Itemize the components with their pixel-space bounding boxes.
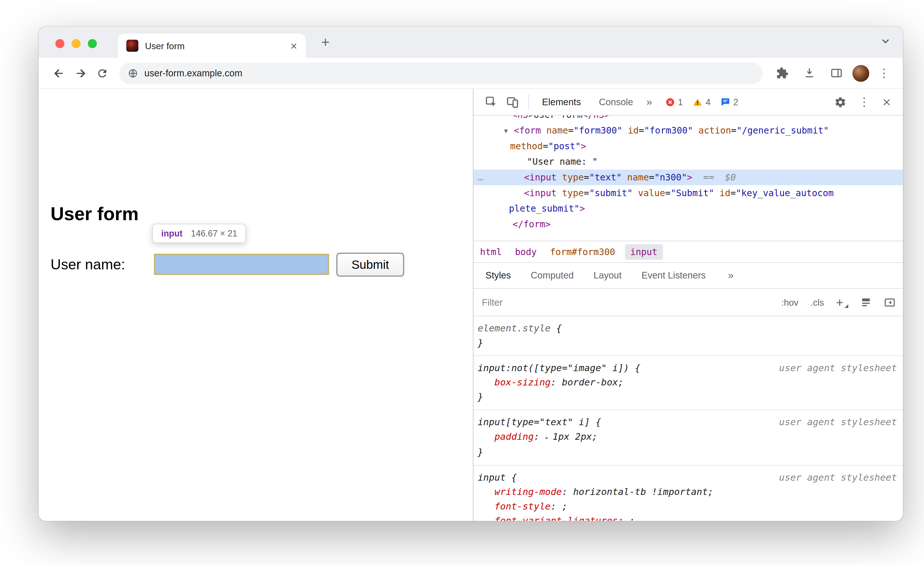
username-input[interactable] [154, 254, 329, 275]
rule-selector-line[interactable]: user agent stylesheetinput:not([type="im… [478, 361, 897, 375]
forward-button[interactable] [70, 62, 92, 84]
address-bar[interactable]: user-form.example.com [119, 62, 763, 84]
rule-close-brace: } [478, 445, 897, 460]
rule-close-brace: } [478, 390, 897, 404]
side-panel-icon[interactable] [825, 62, 847, 84]
styles-sidebar-tabs: StylesComputedLayoutEvent Listeners» [473, 262, 903, 289]
browser-toolbar: user-form.example.com ⋮ [39, 58, 903, 89]
styles-filter-bar: Filter :hov .cls +◢ [473, 289, 903, 316]
toggle-hover-button[interactable]: :hov [781, 297, 798, 307]
page-title: User form [51, 203, 139, 225]
new-style-rule-button[interactable]: +◢ [836, 295, 848, 309]
tree-line[interactable]: <input type="submit" value="Submit" id="… [473, 185, 903, 201]
style-rule[interactable]: user agent stylesheetinput {writing-mode… [473, 466, 903, 521]
expand-value-icon[interactable]: ▸ [545, 434, 549, 442]
tab-close-icon[interactable]: × [291, 40, 297, 51]
zoom-window-button[interactable] [88, 39, 97, 48]
rule-selector-line[interactable]: user agent stylesheetinput[type="text" i… [478, 415, 897, 429]
tree-line[interactable]: method="post"> [473, 138, 903, 154]
new-rule-caret-icon: ◢ [844, 303, 848, 308]
tree-line[interactable]: plete_submit"> [473, 201, 903, 217]
rule-selector[interactable]: input [478, 472, 506, 483]
new-tab-button[interactable]: + [316, 33, 334, 52]
devtools-badges: 1 4 2 [665, 97, 738, 107]
property-name[interactable]: font-variant-ligatures [495, 516, 618, 521]
toggle-sidebar-icon[interactable] [884, 296, 896, 308]
sidebar-tab-layout[interactable]: Layout [594, 270, 622, 281]
styles-rules-pane: element.style {}user agent stylesheetinp… [473, 316, 903, 521]
style-rule[interactable]: user agent stylesheetinput:not([type="im… [473, 356, 903, 410]
settings-gear-icon[interactable] [830, 92, 851, 111]
devtools-close-icon[interactable] [878, 92, 896, 111]
more-panels-icon[interactable]: » [646, 96, 652, 108]
tree-line[interactable]: "User name: " [473, 154, 903, 170]
browser-tab[interactable]: User form × [118, 34, 305, 58]
devtools-menu-icon[interactable]: ⋮ [854, 92, 874, 111]
property-name[interactable]: writing-mode [495, 487, 562, 498]
console-errors-badge[interactable]: 1 [665, 97, 682, 107]
rendering-emulation-icon[interactable] [860, 297, 872, 308]
tree-line[interactable]: <h3>User form</h3> [473, 115, 903, 123]
property-name[interactable]: padding [495, 431, 534, 442]
property-value[interactable]: horizontal-tb !important [573, 487, 708, 498]
rule-selector[interactable]: input:not([type="image" i]) [478, 363, 629, 373]
chrome-menu-icon[interactable]: ⋮ [875, 66, 893, 80]
rule-selector-line[interactable]: element.style { [478, 321, 897, 336]
breadcrumb-item-input[interactable]: input [625, 244, 663, 259]
style-declaration[interactable]: box-sizing: border-box; [478, 375, 897, 390]
sidebar-tab-computed[interactable]: Computed [531, 270, 574, 281]
styles-filter-actions: :hov .cls +◢ [781, 295, 896, 309]
breadcrumb-item-form-form300[interactable]: form#form300 [550, 246, 615, 257]
issues-badge[interactable]: 2 [720, 97, 738, 107]
inspect-element-icon[interactable] [481, 92, 502, 111]
warning-icon [692, 97, 703, 107]
sidebar-tab-styles[interactable]: Styles [486, 270, 511, 281]
tab-search-chevron-icon[interactable] [881, 39, 890, 44]
close-window-button[interactable] [56, 39, 64, 48]
device-toolbar-icon[interactable] [502, 92, 524, 111]
browser-window: User form × + [39, 27, 903, 521]
tree-line[interactable]: …<input type="text" name="n300"> == $0 [473, 169, 903, 185]
back-button[interactable] [48, 62, 70, 84]
sidebar-tab-event-listeners[interactable]: Event Listeners [642, 270, 706, 281]
submit-button[interactable]: Submit [336, 252, 404, 276]
devtools-panel-tabs: ElementsConsole [542, 97, 633, 108]
style-declaration[interactable]: font-variant-ligatures: ; [478, 514, 897, 521]
tab-console[interactable]: Console [599, 97, 633, 108]
site-info-globe-icon[interactable] [128, 68, 138, 79]
style-declaration[interactable]: writing-mode: horizontal-tb !important; [478, 485, 897, 499]
tab-favicon [126, 40, 138, 52]
breadcrumb-item-body[interactable]: body [515, 246, 537, 257]
minimize-window-button[interactable] [72, 39, 81, 48]
reload-button[interactable] [92, 62, 113, 84]
elements-tree: <h3>User form</h3>▼<form name="form300" … [473, 115, 903, 241]
tab-elements[interactable]: Elements [542, 97, 581, 108]
style-declaration[interactable]: font-style: ; [478, 499, 897, 514]
devtools-panel: ElementsConsole » 1 4 2 [473, 89, 903, 521]
style-rule[interactable]: user agent stylesheetinput[type="text" i… [473, 410, 903, 466]
rule-selector-line[interactable]: user agent stylesheetinput { [478, 471, 897, 485]
property-name[interactable]: font-style [495, 501, 550, 512]
styles-filter-input[interactable]: Filter [482, 297, 502, 308]
tree-line[interactable]: </form> [473, 216, 903, 232]
property-value[interactable]: 1px 2px [552, 431, 592, 442]
rule-selector[interactable]: input[type="text" i] [478, 417, 590, 428]
rule-selector[interactable]: element.style [478, 323, 550, 334]
breadcrumb-item-html[interactable]: html [480, 246, 502, 257]
tree-line[interactable]: ▼<form name="form300" id="form300" actio… [473, 123, 903, 138]
console-warnings-badge[interactable]: 4 [692, 97, 710, 107]
toggle-class-button[interactable]: .cls [810, 297, 824, 307]
expand-arrow-icon[interactable]: ▼ [504, 123, 508, 139]
tab-strip: User form × + [39, 27, 903, 58]
property-value[interactable]: border-box [562, 377, 618, 388]
breadcrumb: htmlbodyform#form300input [473, 240, 903, 262]
style-rule[interactable]: element.style {} [473, 316, 903, 356]
more-sidebar-tabs-icon[interactable]: » [728, 269, 734, 281]
style-declaration[interactable]: padding: ▸1px 2px; [478, 430, 897, 445]
window-content: User form input 146.67 × 21 User name: S… [39, 89, 903, 521]
property-name[interactable]: box-sizing [495, 377, 550, 388]
profile-avatar[interactable] [852, 64, 869, 81]
error-icon [665, 97, 675, 107]
download-icon[interactable] [798, 62, 820, 84]
extensions-puzzle-icon[interactable] [771, 62, 793, 84]
